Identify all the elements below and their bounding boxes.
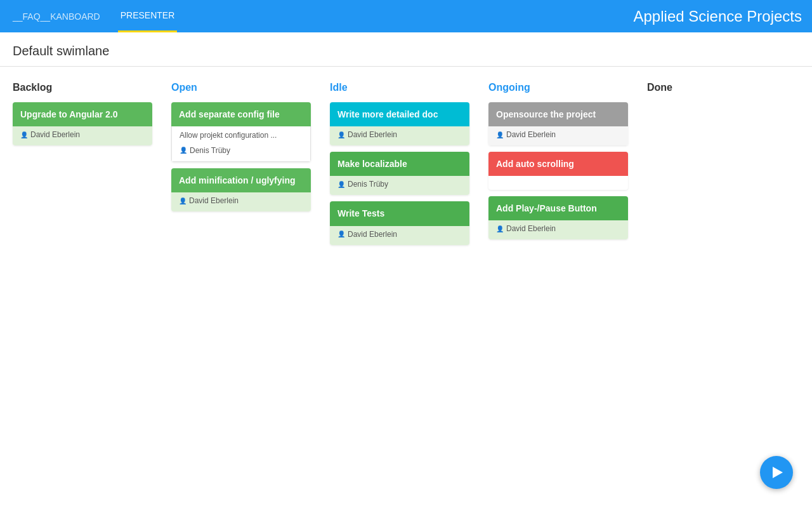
card-desc: Allow projekt configuration ...: [180, 130, 303, 141]
card-assignee: David Eberlein: [337, 130, 462, 139]
header-nav: __FAQ__KANBOARD PRESENTER: [10, 0, 177, 32]
card-assignee: Denis Trüby: [337, 180, 462, 189]
column-header-done: Done: [647, 82, 787, 93]
card-body: David Eberlein: [13, 126, 152, 145]
card-body: David Eberlein: [171, 192, 311, 211]
card-title: Write more detailed doc: [330, 102, 469, 126]
swimlane-label: Default swimlane: [0, 32, 812, 67]
card-body: Allow projekt configuration ... Denis Tr…: [171, 126, 311, 162]
card-title: Opensource the project: [488, 102, 628, 126]
card-play-pause[interactable]: Add Play-/Pause Button David Eberlein: [488, 196, 628, 239]
nav-item-presenter[interactable]: PRESENTER: [118, 0, 178, 32]
card-title: Make localizable: [330, 152, 469, 176]
column-header-backlog: Backlog: [13, 82, 152, 93]
card-upgrade-angular[interactable]: Upgrade to Angular 2.0 David Eberlein: [13, 102, 152, 145]
card-assignee: David Eberlein: [20, 130, 145, 139]
column-header-open: Open: [171, 82, 311, 93]
card-title: Add minification / uglyfying: [171, 168, 311, 192]
card-localizable[interactable]: Make localizable Denis Trüby: [330, 152, 469, 195]
card-assignee: David Eberlein: [179, 196, 303, 205]
card-title: Add Play-/Pause Button: [488, 196, 628, 220]
card-opensource[interactable]: Opensource the project David Eberlein: [488, 102, 628, 145]
column-idle: Idle Write more detailed doc David Eberl…: [330, 82, 469, 251]
card-title: Add auto scrolling: [488, 152, 628, 176]
column-done: Done: [647, 82, 787, 102]
card-minification[interactable]: Add minification / uglyfying David Eberl…: [171, 168, 311, 211]
column-open: Open Add separate config file Allow proj…: [171, 82, 311, 218]
app-title: Applied Science Projects: [634, 8, 802, 25]
card-body: David Eberlein: [330, 126, 469, 145]
card-assignee: David Eberlein: [496, 224, 620, 233]
card-body: David Eberlein: [488, 220, 628, 239]
column-backlog: Backlog Upgrade to Angular 2.0 David Ebe…: [13, 82, 152, 152]
column-header-idle: Idle: [330, 82, 469, 93]
card-assignee: Denis Trüby: [180, 146, 303, 155]
card-write-tests[interactable]: Write Tests David Eberlein: [330, 201, 469, 244]
card-title: Add separate config file: [171, 102, 311, 126]
card-title: Write Tests: [330, 201, 469, 225]
card-detailed-doc[interactable]: Write more detailed doc David Eberlein: [330, 102, 469, 145]
card-auto-scrolling[interactable]: Add auto scrolling: [488, 152, 628, 190]
play-icon: [773, 467, 783, 478]
card-config-file[interactable]: Add separate config file Allow projekt c…: [171, 102, 311, 162]
card-title: Upgrade to Angular 2.0: [13, 102, 152, 126]
card-body: David Eberlein: [488, 126, 628, 145]
header: __FAQ__KANBOARD PRESENTER Applied Scienc…: [0, 0, 812, 32]
card-body: Denis Trüby: [330, 176, 469, 195]
play-button[interactable]: [760, 456, 793, 489]
column-header-ongoing: Ongoing: [488, 82, 628, 93]
card-assignee: David Eberlein: [337, 230, 462, 239]
card-assignee: David Eberlein: [496, 130, 620, 139]
kanban-board: Backlog Upgrade to Angular 2.0 David Ebe…: [0, 67, 812, 267]
nav-item-faq-kanboard[interactable]: __FAQ__KANBOARD: [10, 0, 103, 32]
card-body: David Eberlein: [330, 226, 469, 245]
column-ongoing: Ongoing Opensource the project David Ebe…: [488, 82, 628, 246]
